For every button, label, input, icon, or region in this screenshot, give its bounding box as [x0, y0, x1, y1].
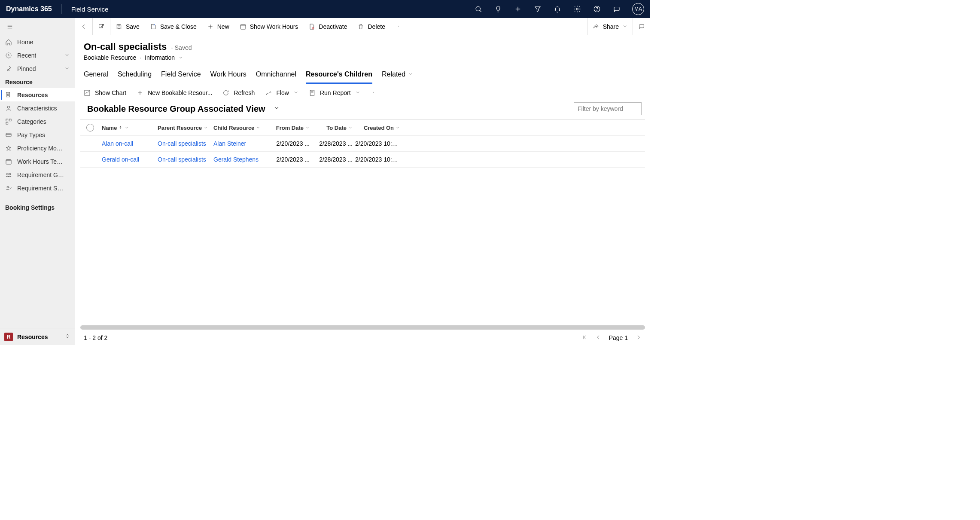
horizontal-scrollbar[interactable]	[75, 325, 650, 330]
new-button[interactable]: New	[202, 18, 234, 35]
nav-home[interactable]: Home	[0, 35, 75, 49]
deactivate-button[interactable]: Deactivate	[303, 18, 352, 35]
hamburger-icon[interactable]	[0, 18, 75, 35]
first-page-button[interactable]	[581, 334, 587, 342]
col-child[interactable]: Child Resource	[213, 125, 269, 131]
svg-point-24	[7, 186, 9, 188]
svg-rect-27	[118, 27, 120, 28]
show-chart-button[interactable]: Show Chart	[84, 89, 126, 96]
col-from[interactable]: From Date	[269, 125, 312, 131]
svg-rect-15	[6, 119, 8, 121]
tab-omnichannel[interactable]: Omnichannel	[256, 67, 296, 84]
pin-icon	[5, 65, 12, 72]
tab-work-hours[interactable]: Work Hours	[210, 67, 247, 84]
sidebar-item-categories[interactable]: Categories	[0, 115, 75, 128]
assistant-pane-button[interactable]	[633, 18, 650, 35]
show-work-hours-button[interactable]: Show Work Hours	[234, 18, 304, 35]
filter-input[interactable]	[574, 102, 642, 115]
row-parent-link[interactable]: On-call specialists	[158, 156, 213, 163]
svg-point-14	[7, 106, 9, 108]
col-to[interactable]: To Date	[312, 125, 355, 131]
svg-rect-20	[6, 159, 11, 164]
filter-icon[interactable]	[533, 5, 542, 13]
sidebar-item-characteristics[interactable]: Characteristics	[0, 101, 75, 115]
nav-pinned[interactable]: Pinned	[0, 62, 75, 75]
brand-label[interactable]: Dynamics 365	[6, 5, 52, 13]
show-work-hours-label: Show Work Hours	[250, 23, 298, 30]
help-icon[interactable]	[593, 5, 601, 13]
popout-button[interactable]	[93, 18, 110, 35]
chevron-down-icon[interactable]	[178, 55, 183, 60]
sidebar-item-reqgroup[interactable]: Requirement Gro...	[0, 168, 75, 181]
delete-button[interactable]: Delete	[352, 18, 390, 35]
assistant-icon[interactable]	[612, 5, 621, 13]
row-child-link[interactable]: Gerald Stephens	[213, 156, 269, 163]
save-close-button[interactable]: Save & Close	[145, 18, 202, 35]
row-parent-link[interactable]: On-call specialists	[158, 140, 213, 147]
separator-dot: ·	[140, 54, 141, 61]
svg-rect-37	[639, 24, 644, 28]
svg-rect-16	[9, 119, 11, 121]
flow-icon	[265, 89, 272, 96]
tab-field-service[interactable]: Field Service	[161, 67, 201, 84]
plus-icon[interactable]	[514, 5, 522, 13]
overflow-button[interactable]	[390, 18, 408, 35]
new-record-button[interactable]: New Bookable Resour...	[137, 89, 212, 96]
chevron-down-icon[interactable]	[273, 104, 280, 113]
table-row[interactable]: Gerald on-call On-call specialists Geral…	[80, 152, 645, 168]
grid-footer: 1 - 2 of 2 Page 1	[75, 330, 650, 345]
view-title[interactable]: Bookable Resource Group Associated View	[87, 104, 265, 114]
tab-scheduling[interactable]: Scheduling	[118, 67, 152, 84]
avatar[interactable]: MA	[632, 3, 644, 15]
svg-rect-7	[614, 7, 619, 11]
sidebar-item-proficiency[interactable]: Proficiency Models	[0, 141, 75, 155]
more-icon	[371, 89, 377, 96]
sub-overflow-button[interactable]	[371, 89, 377, 96]
lightbulb-icon[interactable]	[494, 5, 502, 13]
col-parent[interactable]: Parent Resource	[158, 125, 213, 131]
gear-icon[interactable]	[573, 5, 581, 13]
sidebar-item-resources[interactable]: Resources	[0, 88, 75, 101]
row-child-link[interactable]: Alan Steiner	[213, 140, 269, 147]
chevron-down-icon	[622, 23, 627, 30]
sidebar-item-workhours[interactable]: Work Hours Temp...	[0, 155, 75, 168]
sidebar-item-label: Proficiency Models	[17, 145, 64, 152]
tab-related[interactable]: Related	[382, 67, 413, 84]
plus-icon	[137, 89, 143, 96]
row-name-link[interactable]: Alan on-call	[102, 140, 158, 147]
select-all-checkbox[interactable]	[86, 124, 94, 132]
nav-recent[interactable]: Recent	[0, 49, 75, 62]
bell-icon[interactable]	[553, 5, 562, 13]
table-row[interactable]: Alan on-call On-call specialists Alan St…	[80, 136, 645, 152]
form-label[interactable]: Information	[145, 54, 175, 61]
sidebar-item-label: Requirement Stat...	[17, 185, 64, 192]
tab-resources-children[interactable]: Resource's Children	[306, 67, 372, 84]
back-button[interactable]	[75, 18, 92, 35]
share-button[interactable]: Share	[587, 18, 633, 35]
run-report-button[interactable]: Run Report	[309, 89, 360, 96]
area-switcher[interactable]: R Resources	[0, 328, 75, 345]
flow-button[interactable]: Flow	[265, 89, 298, 96]
svg-rect-30	[240, 24, 246, 29]
prev-page-button[interactable]	[595, 334, 601, 342]
svg-line-1	[480, 10, 481, 12]
area-badge: R	[4, 333, 13, 341]
next-page-button[interactable]	[636, 334, 642, 342]
tab-general[interactable]: General	[84, 67, 108, 84]
search-icon[interactable]	[474, 5, 483, 13]
pay-icon	[5, 132, 12, 138]
svg-line-33	[313, 28, 314, 29]
col-name[interactable]: Name	[102, 125, 158, 131]
refresh-button[interactable]: Refresh	[222, 89, 255, 96]
trash-icon	[357, 23, 364, 30]
save-icon	[116, 23, 122, 30]
row-name-link[interactable]: Gerald on-call	[102, 156, 158, 163]
sidebar-item-reqstat[interactable]: Requirement Stat...	[0, 181, 75, 195]
categories-icon	[5, 118, 12, 125]
svg-point-34	[398, 26, 399, 26]
save-button[interactable]: Save	[110, 18, 145, 35]
app-name-label[interactable]: Field Service	[71, 6, 109, 13]
col-created[interactable]: Created On	[355, 125, 402, 131]
plus-icon	[207, 23, 214, 30]
sidebar-item-paytypes[interactable]: Pay Types	[0, 128, 75, 141]
